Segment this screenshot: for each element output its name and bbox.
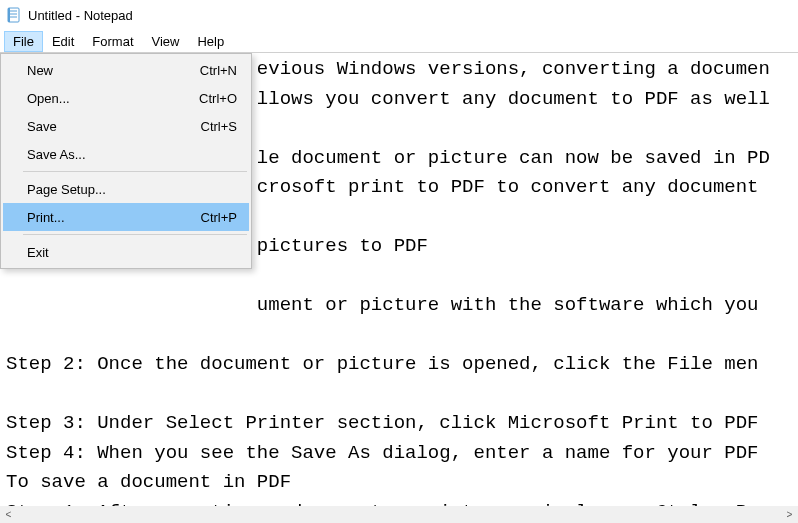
menu-help[interactable]: Help (188, 31, 233, 52)
notepad-icon (6, 7, 22, 23)
menu-view[interactable]: View (143, 31, 189, 52)
menu-edit[interactable]: Edit (43, 31, 83, 52)
file-menu-open[interactable]: Open...Ctrl+O (3, 84, 249, 112)
menu-file[interactable]: File (4, 31, 43, 52)
menu-format[interactable]: Format (83, 31, 142, 52)
editor-area[interactable]: evious Windows versions, converting a do… (0, 53, 798, 506)
menu-item-shortcut: Ctrl+O (181, 91, 237, 106)
file-menu-page-setup[interactable]: Page Setup... (3, 175, 249, 203)
horizontal-scrollbar[interactable]: < > (0, 506, 798, 523)
scroll-right-arrow[interactable]: > (781, 506, 798, 523)
menu-separator (23, 171, 247, 172)
window-title: Untitled - Notepad (28, 8, 133, 23)
menu-item-label: New (27, 63, 181, 78)
file-menu-exit[interactable]: Exit (3, 238, 249, 266)
file-menu-print[interactable]: Print...Ctrl+P (3, 203, 249, 231)
file-menu-save-as[interactable]: Save As... (3, 140, 249, 168)
menu-item-label: Open... (27, 91, 181, 106)
menu-item-label: Page Setup... (27, 182, 181, 197)
titlebar: Untitled - Notepad (0, 0, 798, 30)
menu-item-shortcut: Ctrl+N (181, 63, 237, 78)
menu-item-label: Print... (27, 210, 181, 225)
scroll-track[interactable] (17, 506, 781, 523)
menu-separator (23, 234, 247, 235)
scroll-left-arrow[interactable]: < (0, 506, 17, 523)
menubar: FileEditFormatViewHelp (0, 30, 798, 53)
menu-item-label: Save As... (27, 147, 181, 162)
file-menu-dropdown: NewCtrl+NOpen...Ctrl+OSaveCtrl+SSave As.… (0, 53, 252, 269)
menu-item-shortcut: Ctrl+S (181, 119, 237, 134)
file-menu-new[interactable]: NewCtrl+N (3, 56, 249, 84)
menu-item-label: Save (27, 119, 181, 134)
menu-item-label: Exit (27, 245, 181, 260)
file-menu-save[interactable]: SaveCtrl+S (3, 112, 249, 140)
svg-rect-4 (8, 8, 10, 22)
menu-item-shortcut: Ctrl+P (181, 210, 237, 225)
